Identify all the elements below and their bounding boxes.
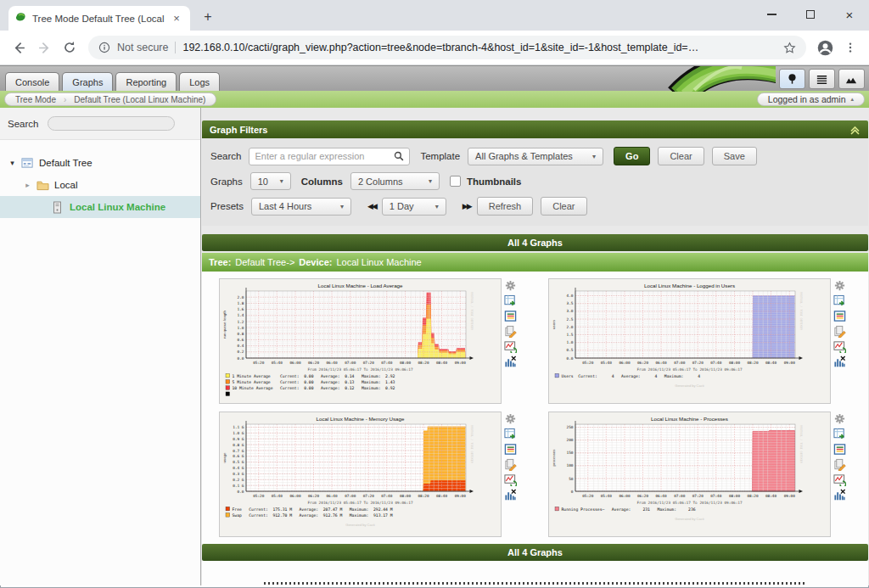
timespan-select[interactable]: 1 Day ▾ — [382, 198, 446, 216]
graph-edit-icon[interactable] — [833, 458, 846, 471]
template-value: All Graphs & Templates — [475, 151, 586, 161]
tree-item-default-tree[interactable]: ▾Default Tree — [0, 152, 200, 174]
browser-menu-button[interactable] — [838, 35, 863, 60]
svg-text:0.1 G: 0.1 G — [233, 484, 244, 488]
csv-export-icon[interactable] — [504, 294, 517, 307]
columns-select[interactable]: 2 Columns ▾ — [350, 172, 440, 190]
filter-search-input[interactable] — [255, 151, 390, 161]
thumbnails-checkbox[interactable] — [450, 176, 461, 187]
clear-presets-button[interactable]: Clear — [541, 197, 586, 216]
graph-image-local-linux-machine-memory-usage[interactable]: Local Linux Machine - Memory Usageusage0… — [219, 412, 502, 537]
tab-graphs[interactable]: Graphs — [62, 72, 113, 91]
chevron-down-icon: ▾ — [429, 177, 432, 185]
svg-text:3.5: 3.5 — [567, 301, 574, 305]
graph-options-icon[interactable] — [833, 279, 846, 292]
tab-console[interactable]: Console — [5, 72, 59, 91]
svg-text:0.3 G: 0.3 G — [233, 472, 244, 476]
svg-text:07:00: 07:00 — [674, 494, 686, 498]
csv-export-icon[interactable] — [504, 428, 517, 440]
csv-export-icon[interactable] — [833, 428, 846, 440]
realtime-icon[interactable] — [504, 473, 517, 486]
tree-item-local-linux-machine[interactable]: Local Linux Machine — [0, 196, 200, 218]
graph-panel-4: Local Linux Machine - Processesprocesses… — [548, 412, 850, 537]
avatar-icon — [816, 39, 834, 57]
presets-select[interactable]: Last 4 Hours ▾ — [251, 198, 351, 216]
svg-text:06:40: 06:40 — [326, 494, 338, 498]
graph-edit-icon[interactable] — [833, 325, 846, 338]
kill-spikes-icon[interactable] — [833, 489, 846, 501]
tree-view-button[interactable] — [779, 69, 805, 89]
svg-text:08:00: 08:00 — [400, 494, 412, 498]
magnifier-icon[interactable] — [394, 151, 404, 161]
profile-avatar-button[interactable] — [812, 35, 838, 60]
svg-text:Swap Current: 912.70 M Av: Swap Current: 912.70 M Average: 912.76 M… — [233, 513, 393, 518]
collapsed-expander-icon[interactable]: ▸ — [23, 181, 32, 189]
graph-options-icon[interactable] — [833, 412, 846, 425]
window-maximize-button[interactable] — [791, 0, 830, 29]
svg-text:07:00: 07:00 — [345, 361, 356, 365]
graph-source-icon[interactable] — [504, 310, 517, 322]
realtime-icon[interactable] — [504, 340, 517, 353]
tab-close-icon[interactable]: × — [170, 12, 183, 25]
save-button[interactable]: Save — [712, 147, 757, 165]
svg-text:2.0: 2.0 — [238, 295, 244, 300]
svg-text:1.2: 1.2 — [238, 320, 244, 324]
graph-image-local-linux-machine-processes[interactable]: Local Linux Machine - Processesprocesses… — [548, 412, 831, 537]
breadcrumb[interactable]: Tree Mode › Default Tree (Local Linux Ma… — [4, 92, 216, 106]
svg-text:06:00: 06:00 — [289, 494, 301, 498]
new-tab-button[interactable]: + — [197, 6, 219, 28]
graph-actions — [504, 412, 517, 537]
presets-label: Presets — [210, 201, 244, 211]
shift-forward-button[interactable]: ▶▶ — [463, 202, 471, 210]
csv-export-icon[interactable] — [833, 294, 846, 307]
kill-spikes-icon[interactable] — [504, 356, 517, 368]
realtime-icon[interactable] — [833, 473, 846, 486]
template-select[interactable]: All Graphs & Templates ▾ — [468, 148, 603, 165]
graph-image-local-linux-machine-logged-in-users[interactable]: Local Linux Machine - Logged in Usersuse… — [548, 278, 831, 404]
graph-options-icon[interactable] — [504, 279, 517, 292]
svg-text:06:20: 06:20 — [637, 361, 649, 365]
logged-in-menu[interactable]: Logged in as admin ▴ — [757, 92, 865, 106]
graph-source-icon[interactable] — [833, 443, 846, 456]
shift-back-button[interactable]: ◀◀ — [367, 202, 376, 210]
graphs-count-select[interactable]: 10 ▾ — [250, 172, 291, 190]
expanded-expander-icon[interactable]: ▾ — [8, 159, 17, 167]
graph-options-icon[interactable] — [504, 412, 517, 425]
graph-edit-icon[interactable] — [504, 325, 517, 338]
tab-logs[interactable]: Logs — [179, 72, 220, 91]
collapse-panel-icon[interactable] — [849, 125, 861, 135]
presets-value: Last 4 Hours — [259, 201, 334, 211]
sidebar-search-input[interactable] — [48, 116, 175, 131]
svg-text:4.0: 4.0 — [567, 294, 574, 298]
graph-source-icon[interactable] — [504, 443, 517, 456]
svg-text:1.8: 1.8 — [238, 301, 244, 305]
window-close-button[interactable]: × — [830, 0, 869, 29]
kill-spikes-icon[interactable] — [504, 489, 517, 501]
preview-view-button[interactable] — [838, 69, 865, 89]
clear-button[interactable]: Clear — [658, 147, 704, 165]
refresh-button[interactable]: Refresh — [477, 197, 534, 216]
svg-text:08:40: 08:40 — [436, 361, 448, 365]
breadcrumb-mode[interactable]: Tree Mode — [15, 95, 56, 104]
forward-button[interactable] — [31, 35, 57, 60]
tab-reporting[interactable]: Reporting — [115, 72, 177, 91]
kill-spikes-icon[interactable] — [833, 356, 846, 368]
list-view-button[interactable] — [809, 69, 835, 89]
svg-text:0.0: 0.0 — [567, 356, 574, 361]
window-minimize-button[interactable] — [752, 0, 791, 29]
go-button[interactable]: Go — [614, 147, 650, 165]
tree-label: Tree: — [209, 257, 231, 267]
graph-edit-icon[interactable] — [504, 458, 517, 471]
browser-titlebar: Tree Mode Default Tree (Local Li × + × — [0, 0, 869, 31]
back-button[interactable] — [6, 35, 31, 60]
reload-button[interactable] — [57, 35, 82, 60]
graph-source-icon[interactable] — [833, 310, 846, 322]
graph-image-local-linux-machine-load-average[interactable]: Local Linux Machine - Load Averagerun qu… — [219, 278, 502, 404]
address-bar[interactable]: Not secure 192.168.0.10/cacti/graph_view… — [88, 36, 806, 59]
browser-tab[interactable]: Tree Mode Default Tree (Local Li × — [8, 6, 190, 31]
bookmark-star-icon[interactable] — [783, 42, 796, 54]
url-text: 192.168.0.10/cacti/graph_view.php?action… — [182, 42, 776, 53]
svg-text:Users Current: 4 Avera: Users Current: 4 Average: 4 Maximum: 4 — [562, 374, 701, 378]
tree-item-local[interactable]: ▸Local — [0, 174, 200, 196]
realtime-icon[interactable] — [833, 340, 846, 353]
